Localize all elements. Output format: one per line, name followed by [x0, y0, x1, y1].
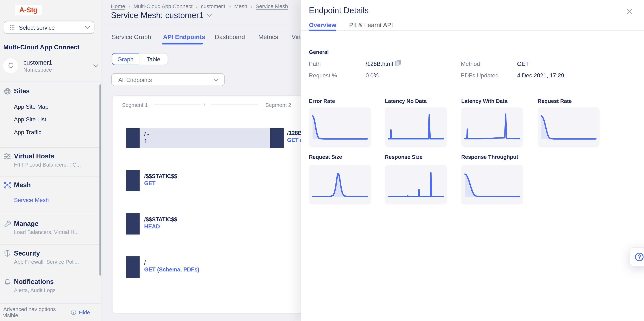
sidebar-item-app-site-list[interactable]: App Site List: [14, 116, 46, 123]
general-heading: General: [309, 49, 329, 55]
mesh-icon: [3, 181, 11, 189]
sparkline-latency-no-data: [385, 107, 447, 147]
pdfs-updated-label: PDFs Updated: [461, 72, 498, 78]
active-tab-indicator: [162, 43, 203, 45]
node-cap: [270, 128, 284, 148]
segment-line: [154, 104, 201, 105]
page-title: Service Mesh: customer1: [111, 11, 204, 20]
breadcrumb-customer1[interactable]: customer1: [201, 3, 226, 10]
breadcrumb-service-mesh[interactable]: Service Mesh: [256, 3, 288, 10]
tab-api-endpoints[interactable]: API Endpoints: [163, 33, 205, 40]
hide-advanced-nav-link[interactable]: Hide: [79, 309, 90, 315]
chart-title-request-rate: Request Rate: [538, 98, 572, 104]
nav-section-sites: Sites App Site Map App Site List App Tra…: [0, 81, 102, 147]
active-panel-tab-indicator: [309, 30, 336, 31]
panel-title: Endpoint Details: [309, 6, 369, 15]
select-service-label: Select service: [19, 24, 82, 31]
nav-section-notifications: Notifications Alerts, Audit Logs: [0, 273, 102, 304]
close-icon[interactable]: [626, 8, 634, 16]
namespace-label: Namespace: [24, 66, 93, 73]
tab-service-graph[interactable]: Service Graph: [112, 33, 151, 40]
endpoint-details-panel: Endpoint Details Overview PII & Learnt A…: [301, 0, 644, 321]
security-subtitle: App Firewall, Service Poli...: [14, 259, 79, 265]
brand-logo-text: A-Stg: [19, 6, 37, 14]
breadcrumb-mcac[interactable]: Multi-Cloud App Connect: [134, 3, 192, 10]
bell-icon: [3, 278, 11, 286]
chart-title-request-size: Request Size: [309, 154, 342, 160]
endpoint-node-root-get[interactable]: [126, 256, 140, 278]
sidebar-item-app-site-map[interactable]: App Site Map: [14, 103, 48, 110]
breadcrumb: Home › Multi-Cloud App Connect › custome…: [111, 3, 288, 10]
chart-title-response-size: Response Size: [385, 154, 423, 160]
namespace-avatar: C: [3, 58, 18, 73]
path-label: Path: [309, 60, 321, 67]
request-pct-label: Request %: [309, 72, 337, 78]
chart-title-error-rate: Error Rate: [309, 98, 335, 104]
endpoint-filter-dropdown[interactable]: All Endpoints: [111, 73, 224, 86]
namespace-selector[interactable]: C customer1 Namespace: [3, 57, 98, 75]
workspace-title: Multi-Cloud App Connect: [3, 44, 80, 51]
brand-logo[interactable]: A-Stg: [15, 6, 42, 15]
chevron-down-icon[interactable]: [207, 14, 212, 17]
panel-tab-overview[interactable]: Overview: [309, 21, 336, 28]
chevron-right-icon: ›: [203, 100, 205, 107]
segment-1-label: Segment 1: [122, 102, 148, 108]
endpoint-node-root[interactable]: / - 1: [126, 128, 284, 148]
nav-section-mesh: Mesh Service Mesh: [0, 177, 102, 215]
sidebar-item-sites[interactable]: Sites: [3, 87, 30, 95]
globe-icon: [3, 87, 11, 95]
graph-view-button[interactable]: Graph: [112, 53, 139, 65]
chart-title-latency-no-data: Latency No Data: [385, 98, 427, 104]
chart-title-latency-with-data: Latency With Data: [461, 98, 508, 104]
sidebar-item-service-mesh[interactable]: Service Mesh: [14, 197, 49, 203]
table-view-button[interactable]: Table: [139, 53, 168, 65]
endpoint-node-static-head[interactable]: [126, 213, 140, 234]
tab-dashboard[interactable]: Dashboard: [215, 33, 245, 40]
sidebar-item-notifications[interactable]: Notifications: [3, 278, 54, 286]
namespace-name: customer1: [24, 59, 93, 66]
sidebar-item-manage[interactable]: Manage: [3, 220, 38, 228]
view-toggle: Graph Table: [112, 53, 168, 65]
wrench-icon: [3, 220, 11, 228]
sidebar-item-security[interactable]: Security: [3, 249, 40, 257]
shield-icon: [3, 249, 11, 257]
sidebar-item-mesh[interactable]: Mesh: [3, 181, 31, 189]
breadcrumb-mesh[interactable]: Mesh: [234, 3, 247, 10]
tab-metrics[interactable]: Metrics: [258, 33, 278, 40]
edge-endpoint-path[interactable]: /128B: [287, 130, 302, 136]
nav-section-security: Security App Firewall, Service Poli...: [0, 245, 102, 273]
chevron-down-icon: [85, 26, 90, 29]
help-button[interactable]: [630, 247, 644, 267]
node-cap: [126, 128, 140, 148]
sidebar-footer: Advanced nav options visible Hide: [0, 303, 102, 321]
endpoint-filter-value: All Endpoints: [118, 76, 214, 83]
sidebar: A-Stg Select service Multi-Cloud App Con…: [0, 0, 102, 321]
sparkline-response-throughput: [461, 165, 524, 204]
breadcrumb-home[interactable]: Home: [111, 3, 125, 10]
apps-grid-icon: [9, 24, 15, 30]
select-service-dropdown[interactable]: Select service: [4, 21, 94, 34]
endpoint-node-static-get[interactable]: [126, 170, 140, 191]
notifications-subtitle: Alerts, Audit Logs: [14, 287, 56, 293]
help-icon: [634, 252, 644, 262]
request-pct-value: 0.0%: [366, 72, 379, 78]
method-label: Method: [461, 60, 480, 67]
sparkline-error-rate: [309, 107, 371, 147]
virtual-hosts-subtitle: HTTP Load Balancers, TC...: [14, 162, 81, 168]
edge-endpoint-method[interactable]: GET (: [287, 137, 302, 143]
pdfs-updated-value: 4 Dec 2021, 17:29: [517, 72, 564, 78]
panel-tab-pii[interactable]: PII & Learnt API: [349, 21, 393, 28]
chevron-right-icon: ›: [128, 3, 130, 10]
advanced-nav-label: Advanced nav options visible: [3, 306, 68, 318]
manage-subtitle: Load Balancers, Virtual H...: [14, 229, 79, 235]
sparkline-request-size: [309, 165, 371, 204]
segment-line: [211, 104, 258, 105]
copy-icon[interactable]: [395, 59, 401, 67]
sidebar-item-virtual-hosts[interactable]: Virtual Hosts: [3, 152, 54, 160]
sidebar-item-app-traffic[interactable]: App Traffic: [14, 129, 41, 135]
app-window: A-Stg Select service Multi-Cloud App Con…: [0, 0, 644, 321]
sidebar-scrollbar[interactable]: [100, 84, 101, 276]
chart-title-response-throughput: Response Throughput: [461, 154, 518, 160]
chevron-down-icon: [93, 64, 98, 67]
sparkline-request-rate: [538, 107, 600, 147]
